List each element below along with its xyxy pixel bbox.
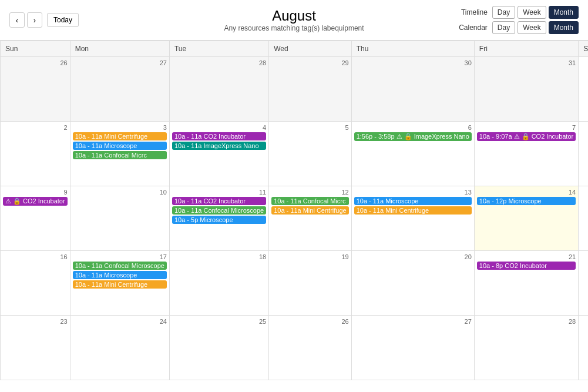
calendar-cell: 8 bbox=[579, 122, 588, 186]
timeline-label: Timeline bbox=[455, 8, 490, 16]
timeline-day-btn[interactable]: Day bbox=[492, 6, 515, 19]
day-number: 8 bbox=[581, 124, 588, 131]
timeline-week-btn[interactable]: Week bbox=[518, 6, 546, 19]
day-number: 3 bbox=[73, 124, 167, 131]
calendar-cell: 1210a - 11a Confocal Micrc10a - 11a Mini… bbox=[269, 186, 352, 251]
today-button[interactable]: Today bbox=[47, 13, 79, 27]
calendar-event[interactable]: 10a - 11a CO2 Incubator bbox=[172, 132, 266, 140]
calendar-row: Calendar Day Week Month bbox=[455, 21, 579, 34]
calendar-cell: 2 bbox=[1, 122, 70, 186]
prev-button[interactable]: ‹ bbox=[9, 12, 25, 28]
calendar-event[interactable]: 10a - 11a Microscope bbox=[73, 142, 167, 150]
calendar-event[interactable]: 10a - 9:07a ⚠ 🔒 CO2 Incubator bbox=[477, 132, 576, 141]
col-mon: Mon bbox=[70, 41, 169, 57]
calendar-header-row: Sun Mon Tue Wed Thu Fri Sat bbox=[1, 41, 589, 57]
calendar-event[interactable]: 10a - 11a CO2 Incubator bbox=[172, 197, 266, 205]
day-number: 7 bbox=[477, 124, 576, 131]
day-number: 9 bbox=[3, 189, 68, 196]
calendar-event[interactable]: 10a - 11a ImageXpress Nano bbox=[172, 142, 266, 150]
calendar-cell: 710a - 9:07a ⚠ 🔒 CO2 Incubator bbox=[474, 122, 578, 186]
calendar-cell: 27 bbox=[351, 316, 474, 380]
calendar-cell: 5 bbox=[269, 122, 352, 186]
title-area: August Any resources matching tag(s) lab… bbox=[224, 8, 364, 32]
day-number: 13 bbox=[354, 189, 472, 196]
calendar-event[interactable]: 10a - 5p Microscope bbox=[172, 216, 266, 224]
nav-buttons: ‹ › Today bbox=[9, 12, 79, 28]
day-number: 27 bbox=[354, 318, 472, 325]
calendar-week-btn[interactable]: Week bbox=[518, 21, 546, 34]
calendar-cell: 31 bbox=[474, 57, 578, 122]
next-button[interactable]: › bbox=[27, 12, 42, 28]
calendar-event[interactable]: ⚠ 🔒 CO2 Incubator bbox=[3, 197, 68, 206]
calendar-cell: 2110a - 8p CO2 Incubator bbox=[474, 251, 578, 316]
calendar-cell: 410a - 11a CO2 Incubator10a - 11a ImageX… bbox=[169, 122, 268, 186]
calendar-month-btn[interactable]: Month bbox=[549, 21, 579, 34]
subtitle: Any resources matching tag(s) labequipme… bbox=[224, 24, 364, 32]
calendar-cell: 23 bbox=[1, 316, 70, 380]
calendar-cell: 1410a - 12p Microscope bbox=[474, 186, 578, 251]
calendar-event[interactable]: 10a - 11a Microscope bbox=[73, 271, 167, 279]
calendar-cell: 1110a - 11a CO2 Incubator10a - 11a Confo… bbox=[169, 186, 268, 251]
day-number: 4 bbox=[172, 124, 266, 131]
col-sun: Sun bbox=[1, 41, 70, 57]
calendar-event[interactable]: 1:56p - 3:58p ⚠ 🔒 ImageXpress Nano bbox=[354, 132, 472, 141]
col-fri: Fri bbox=[474, 41, 578, 57]
calendar-cell: 29 bbox=[269, 57, 352, 122]
calendar-cell: 27 bbox=[70, 57, 169, 122]
calendar-week-2: 9⚠ 🔒 CO2 Incubator101110a - 11a CO2 Incu… bbox=[1, 186, 589, 251]
day-number: 31 bbox=[477, 59, 576, 66]
col-tue: Tue bbox=[169, 41, 268, 57]
calendar-cell: 10 bbox=[70, 186, 169, 251]
col-wed: Wed bbox=[269, 41, 352, 57]
calendar-cell: 24 bbox=[70, 316, 169, 380]
calendar-cell: 20 bbox=[351, 251, 474, 316]
calendar-cell: 310a - 11a Mini Centrifuge10a - 11a Micr… bbox=[70, 122, 169, 186]
calendar-cell: 22 bbox=[579, 251, 588, 316]
day-number: 26 bbox=[271, 318, 349, 325]
calendar-event[interactable]: 10a - 11a Mini Centrifuge bbox=[73, 132, 167, 140]
day-number: 17 bbox=[73, 253, 167, 260]
day-number: 15 bbox=[581, 189, 588, 196]
day-number: 10 bbox=[73, 189, 167, 196]
calendar-event[interactable]: 10a - 12p Microscope bbox=[477, 197, 576, 205]
day-number: 12 bbox=[271, 189, 349, 196]
calendar-cell: 1310a - 11a Microscope10a - 11a Mini Cen… bbox=[351, 186, 474, 251]
view-controls: Timeline Day Week Month Calendar Day Wee… bbox=[455, 6, 579, 34]
calendar-event[interactable]: 10a - 11a Confocal Micrc bbox=[271, 197, 349, 205]
calendar-grid: Sun Mon Tue Wed Thu Fri Sat 262728293031… bbox=[0, 41, 588, 380]
day-number: 6 bbox=[354, 124, 472, 131]
calendar-day-btn[interactable]: Day bbox=[492, 21, 515, 34]
timeline-month-btn[interactable]: Month bbox=[549, 6, 579, 19]
timeline-row: Timeline Day Week Month bbox=[455, 6, 579, 19]
day-number: 19 bbox=[271, 253, 349, 260]
day-number: 11 bbox=[172, 189, 266, 196]
calendar-cell: 18 bbox=[169, 251, 268, 316]
day-number: 22 bbox=[581, 253, 588, 260]
day-number: 24 bbox=[73, 318, 167, 325]
day-number: 26 bbox=[3, 59, 68, 66]
calendar-cell: 1 bbox=[579, 57, 588, 122]
day-number: 1 bbox=[581, 59, 588, 66]
calendar-event[interactable]: 10a - 11a Microscope bbox=[354, 197, 472, 205]
day-number: 29 bbox=[581, 318, 588, 325]
calendar-cell: 26 bbox=[1, 57, 70, 122]
calendar-cell: 61:56p - 3:58p ⚠ 🔒 ImageXpress Nano bbox=[351, 122, 474, 186]
calendar-cell: 28 bbox=[474, 316, 578, 380]
calendar-event[interactable]: 10a - 11a Confocal Micrc bbox=[73, 151, 167, 159]
day-number: 25 bbox=[172, 318, 266, 325]
calendar-event[interactable]: 10a - 11a Mini Centrifuge bbox=[354, 206, 472, 215]
calendar-week-0: 2627282930311 bbox=[1, 57, 589, 122]
calendar-event[interactable]: 10a - 11a Confocal Microscope bbox=[73, 262, 167, 270]
day-number: 27 bbox=[73, 59, 167, 66]
calendar-event[interactable]: 10a - 11a Confocal Microscope bbox=[172, 206, 266, 215]
day-number: 28 bbox=[477, 318, 576, 325]
day-number: 2 bbox=[3, 124, 68, 131]
day-number: 21 bbox=[477, 253, 576, 260]
calendar-header: ‹ › Today August Any resources matching … bbox=[0, 0, 588, 41]
calendar-event[interactable]: 10a - 11a Mini Centrifuge bbox=[73, 280, 167, 289]
calendar-week-1: 2310a - 11a Mini Centrifuge10a - 11a Mic… bbox=[1, 122, 589, 186]
calendar-event[interactable]: 10a - 8p CO2 Incubator bbox=[477, 262, 576, 270]
calendar-event[interactable]: 10a - 11a Mini Centrifuge bbox=[271, 206, 349, 215]
day-number: 18 bbox=[172, 253, 266, 260]
day-number: 14 bbox=[477, 189, 576, 196]
